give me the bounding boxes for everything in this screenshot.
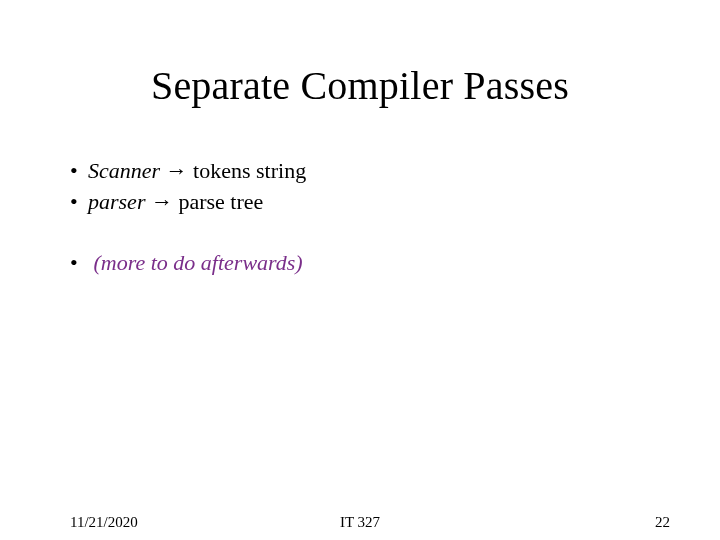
bullet-rest: parse tree xyxy=(178,189,263,214)
bullet-dot: • xyxy=(70,188,88,217)
more-line: • (more to do afterwards) xyxy=(70,250,303,276)
bullet-dot: • xyxy=(70,157,88,186)
bullet-term: parser xyxy=(88,189,145,214)
arrow-icon: → xyxy=(166,158,188,183)
bullet-item: •Scanner → tokens string xyxy=(70,157,660,186)
bullet-rest: tokens string xyxy=(193,158,306,183)
bullet-dot: • xyxy=(70,250,88,276)
slide: Separate Compiler Passes •Scanner → toke… xyxy=(0,0,720,540)
footer-course: IT 327 xyxy=(0,514,720,531)
bullet-list: •Scanner → tokens string •parser → parse… xyxy=(70,155,660,218)
arrow-icon: → xyxy=(151,189,173,214)
bullet-term: Scanner xyxy=(88,158,160,183)
more-text: (more to do afterwards) xyxy=(94,250,303,275)
footer-page: 22 xyxy=(655,514,670,531)
slide-title: Separate Compiler Passes xyxy=(0,62,720,109)
bullet-item: •parser → parse tree xyxy=(70,188,660,217)
